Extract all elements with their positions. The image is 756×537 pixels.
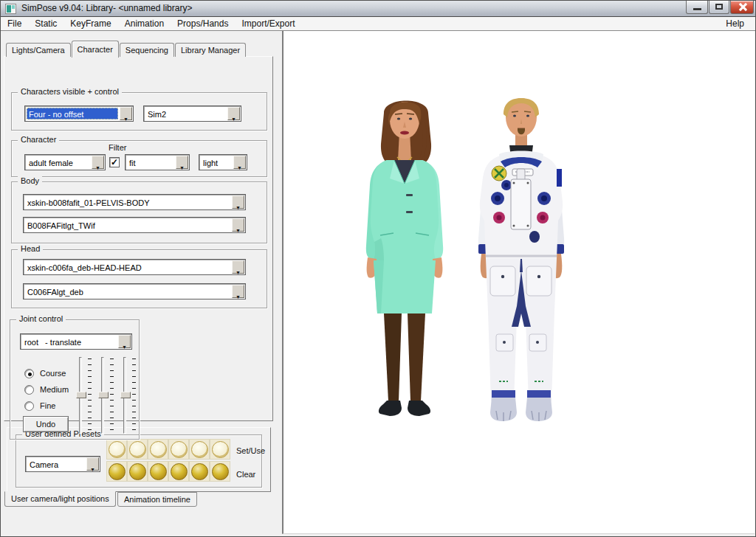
body-group: Body xskin-b008fafit_01-PELVIS-BODY ▼ B0… <box>11 181 267 243</box>
characters-visible-group: Characters visible + control Four - no o… <box>11 92 267 131</box>
body-texture-value: B008FAFitlgt_TWif <box>25 219 230 231</box>
menu-file[interactable]: File <box>1 18 28 30</box>
preset-target-combo[interactable]: Camera ▼ <box>25 456 100 472</box>
preset-filled-icon <box>150 463 167 480</box>
tab-sequencing[interactable]: Sequencing <box>120 43 174 57</box>
tab-character[interactable]: Character <box>72 41 119 58</box>
menu-animation[interactable]: Animation <box>118 18 171 30</box>
head-legend: Head <box>18 244 43 253</box>
preset-button-5[interactable] <box>189 439 210 460</box>
menu-help[interactable]: Help <box>719 18 751 30</box>
title-bar[interactable]: SimPose v9.04: Library- <unnamed library… <box>1 1 755 17</box>
preset-button-6[interactable] <box>210 439 230 460</box>
active-sim-combo[interactable]: Sim2 ▼ <box>143 105 241 122</box>
minimize-button[interactable] <box>686 1 708 14</box>
preset-empty-icon <box>129 441 146 458</box>
joint-slider-y[interactable] <box>97 356 117 437</box>
preset-filled-icon <box>171 463 188 480</box>
menu-import-export[interactable]: Import/Export <box>235 18 301 30</box>
chevron-down-icon[interactable]: ▼ <box>232 260 244 274</box>
render-viewport[interactable] <box>282 31 755 534</box>
chevron-down-icon[interactable]: ▼ <box>92 156 104 169</box>
preset-empty-icon <box>109 441 126 458</box>
radio-course[interactable] <box>24 369 34 378</box>
preset-filled-icon <box>129 463 146 480</box>
characters-visible-legend: Characters visible + control <box>18 87 122 96</box>
joint-value: root - translate <box>22 336 117 347</box>
slider-ticks <box>132 358 136 434</box>
slider-thumb[interactable] <box>98 392 109 398</box>
menu-keyframe[interactable]: KeyFrame <box>63 18 117 30</box>
character-tab-pane: Characters visible + control Four - no o… <box>4 56 273 421</box>
character-type-combo[interactable]: adult female ▼ <box>24 154 106 170</box>
menu-props-hands[interactable]: Props/Hands <box>171 18 235 30</box>
tab-library-manager[interactable]: Library Manager <box>175 43 246 57</box>
tab-user-camera-light-positions[interactable]: User camera/light positions <box>4 491 116 507</box>
head-group: Head xskin-c006fa_deb-HEAD-HEAD ▼ C006FA… <box>11 249 267 308</box>
tab-lights-camera[interactable]: Lights/Camera <box>6 43 71 57</box>
head-texture-combo[interactable]: C006FAlgt_deb ▼ <box>23 283 246 299</box>
preset-clear-5[interactable] <box>189 461 210 482</box>
preset-filled-icon <box>191 463 208 480</box>
filter-fit-value: fit <box>127 156 174 168</box>
app-window: SimPose v9.04: Library- <unnamed library… <box>0 0 756 537</box>
chevron-down-icon[interactable]: ▼ <box>118 335 131 348</box>
chevron-down-icon[interactable]: ▼ <box>232 285 244 298</box>
maximize-button[interactable] <box>709 1 729 14</box>
preset-button-2[interactable] <box>127 439 148 460</box>
body-texture-combo[interactable]: B008FAFitlgt_TWif ▼ <box>23 217 246 233</box>
chevron-down-icon[interactable]: ▼ <box>233 156 246 169</box>
character-group: Character adult female ▼ Filter ✓ fit ▼ … <box>11 140 267 177</box>
filter-light-combo[interactable]: light ▼ <box>199 154 247 170</box>
filter-fit-combo[interactable]: fit ▼ <box>125 154 190 170</box>
undo-button[interactable]: Undo <box>23 416 69 432</box>
radio-medium-label: Medium <box>40 385 69 394</box>
close-button[interactable] <box>730 1 754 14</box>
joint-control-legend: Joint control <box>16 314 66 323</box>
characters-count-combo[interactable]: Four - no offset ▼ <box>24 105 134 122</box>
preset-clear-6[interactable] <box>210 461 230 482</box>
preset-clear-1[interactable] <box>106 461 127 482</box>
slider-thumb[interactable] <box>120 392 131 398</box>
head-mesh-combo[interactable]: xskin-c006fa_deb-HEAD-HEAD ▼ <box>23 259 246 275</box>
radio-medium[interactable] <box>24 385 34 395</box>
characters-count-value: Four - no offset <box>27 108 118 119</box>
preset-empty-icon <box>212 441 229 458</box>
slider-thumb[interactable] <box>76 392 86 398</box>
body-legend: Body <box>18 176 42 185</box>
filter-light-value: light <box>201 156 232 168</box>
preset-button-3[interactable] <box>148 439 168 460</box>
preset-row-filled <box>106 461 230 482</box>
set-use-label[interactable]: Set/Use <box>236 446 265 455</box>
radio-fine[interactable] <box>24 401 34 411</box>
head-mesh-value: xskin-c006fa_deb-HEAD-HEAD <box>25 261 230 273</box>
preset-clear-4[interactable] <box>168 461 189 482</box>
chevron-down-icon[interactable]: ▼ <box>232 218 244 232</box>
preset-empty-icon <box>191 441 208 458</box>
joint-combo[interactable]: root - translate ▼ <box>20 333 132 350</box>
clear-label[interactable]: Clear <box>236 470 255 479</box>
chevron-down-icon[interactable]: ▼ <box>86 457 99 471</box>
body-mesh-combo[interactable]: xskin-b008fafit_01-PELVIS-BODY ▼ <box>23 194 246 210</box>
slider-ticks <box>88 358 92 434</box>
chevron-down-icon[interactable]: ▼ <box>120 107 132 120</box>
active-sim-value: Sim2 <box>145 108 226 119</box>
joint-slider-x[interactable] <box>75 356 94 437</box>
radio-fine-label: Fine <box>40 401 55 410</box>
joint-control-group: Joint control root - translate ▼ Course … <box>10 319 140 440</box>
tab-animation-timeline[interactable]: Animation timeline <box>117 492 197 507</box>
preset-button-4[interactable] <box>168 439 189 460</box>
slider-ticks <box>110 358 114 434</box>
joint-slider-z[interactable] <box>120 356 139 437</box>
preset-clear-2[interactable] <box>127 461 148 482</box>
chevron-down-icon[interactable]: ▼ <box>227 107 240 120</box>
character-type-value: adult female <box>27 156 90 168</box>
chevron-down-icon[interactable]: ▼ <box>176 156 188 169</box>
preset-button-1[interactable] <box>106 439 127 460</box>
filter-checkbox[interactable]: ✓ <box>109 157 120 167</box>
menu-bar: File Static KeyFrame Animation Props/Han… <box>1 17 755 31</box>
preset-target-value: Camera <box>27 458 85 470</box>
menu-static[interactable]: Static <box>28 18 63 30</box>
preset-clear-3[interactable] <box>148 461 168 482</box>
chevron-down-icon[interactable]: ▼ <box>232 195 244 209</box>
